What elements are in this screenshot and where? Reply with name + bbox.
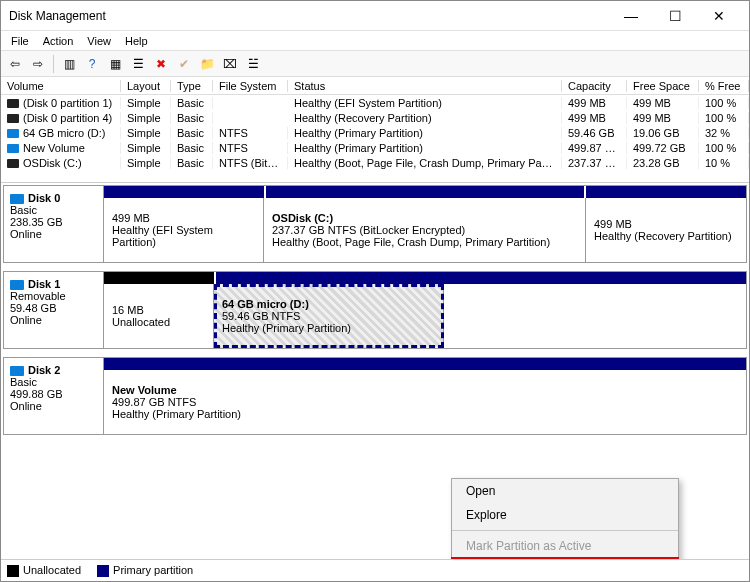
- toolbar-btn-2[interactable]: ?: [82, 54, 102, 74]
- menu-help[interactable]: Help: [119, 33, 154, 49]
- table-row[interactable]: New Volume Simple Basic NTFS Healthy (Pr…: [1, 140, 749, 155]
- toolbar-btn-3[interactable]: ▦: [105, 54, 125, 74]
- legend-unallocated-swatch: [7, 565, 19, 577]
- col-free[interactable]: Free Space: [627, 80, 699, 92]
- grid-icon: ▦: [110, 57, 121, 71]
- ctx-separator: [452, 530, 678, 531]
- disk1-part-unallocated[interactable]: 16 MB Unallocated: [104, 284, 214, 348]
- toolbar: ⇦ ⇨ ▥ ? ▦ ☰ ✖ ✔ 📁 ⌧ ☱: [1, 51, 749, 77]
- table-row[interactable]: OSDisk (C:) Simple Basic NTFS (BitLo... …: [1, 155, 749, 170]
- disk-name: Disk 2: [28, 364, 60, 376]
- cell-fs: NTFS: [213, 127, 288, 139]
- cell-pct: 100 %: [699, 142, 749, 154]
- cell-layout: Simple: [121, 127, 171, 139]
- volume-icon: [7, 129, 19, 138]
- disk2-part-newvolume[interactable]: New Volume 499.87 GB NTFS Healthy (Prima…: [104, 370, 746, 434]
- cell-status: Healthy (Primary Partition): [288, 142, 562, 154]
- cell-fs: NTFS (BitLo...: [213, 157, 288, 169]
- col-type[interactable]: Type: [171, 80, 213, 92]
- part-size: 499 MB: [112, 212, 255, 224]
- cell-layout: Simple: [121, 157, 171, 169]
- disk0-part-osdisk[interactable]: OSDisk (C:) 237.37 GB NTFS (BitLocker En…: [264, 198, 586, 262]
- disk-2-stripe: [104, 358, 746, 370]
- disk-state: Online: [10, 400, 97, 412]
- legend-unallocated-label: Unallocated: [23, 564, 81, 576]
- cell-capacity: 499 MB: [562, 112, 627, 124]
- col-filesystem[interactable]: File System: [213, 80, 288, 92]
- disk0-part-efi[interactable]: 499 MB Healthy (EFI System Partition): [104, 198, 264, 262]
- ctx-open[interactable]: Open: [452, 479, 678, 503]
- menu-file[interactable]: File: [5, 33, 35, 49]
- cell-pct: 10 %: [699, 157, 749, 169]
- forward-button[interactable]: ⇨: [28, 54, 48, 74]
- disk1-part-64gbmicro[interactable]: 64 GB micro (D:) 59.46 GB NTFS Healthy (…: [214, 284, 444, 348]
- help-icon: ?: [89, 57, 96, 71]
- col-capacity[interactable]: Capacity: [562, 80, 627, 92]
- part-title: OSDisk (C:): [272, 212, 577, 224]
- delete-icon: ✖: [156, 57, 166, 71]
- cell-volume: New Volume: [23, 142, 85, 154]
- col-pctfree[interactable]: % Free: [699, 80, 749, 92]
- part-status: Healthy (Primary Partition): [112, 408, 738, 420]
- toolbar-btn-5[interactable]: ✔: [174, 54, 194, 74]
- disk-0-stripe: [104, 186, 746, 198]
- disk-0-header[interactable]: Disk 0 Basic 238.35 GB Online: [4, 186, 104, 262]
- toolbar-btn-8[interactable]: ☱: [243, 54, 263, 74]
- cell-pct: 100 %: [699, 112, 749, 124]
- part-status: Unallocated: [112, 316, 205, 328]
- disk-name: Disk 0: [28, 192, 60, 204]
- disk-2-header[interactable]: Disk 2 Basic 499.88 GB Online: [4, 358, 104, 434]
- cell-layout: Simple: [121, 112, 171, 124]
- volume-list-header: Volume Layout Type File System Status Ca…: [1, 77, 749, 95]
- cell-free: 499.72 GB: [627, 142, 699, 154]
- disk-kind: Basic: [10, 204, 97, 216]
- cell-capacity: 499.87 GB: [562, 142, 627, 154]
- table-row[interactable]: (Disk 0 partition 1) Simple Basic Health…: [1, 95, 749, 110]
- cell-capacity: 59.46 GB: [562, 127, 627, 139]
- legend-primary-swatch: [97, 565, 109, 577]
- cell-free: 23.28 GB: [627, 157, 699, 169]
- toolbar-btn-4[interactable]: ☰: [128, 54, 148, 74]
- maximize-button[interactable]: ☐: [653, 2, 697, 30]
- panel-icon: ▥: [64, 57, 75, 71]
- col-volume[interactable]: Volume: [1, 80, 121, 92]
- cell-type: Basic: [171, 142, 213, 154]
- toolbar-btn-6[interactable]: 📁: [197, 54, 217, 74]
- cell-pct: 32 %: [699, 127, 749, 139]
- disk-1-header[interactable]: Disk 1 Removable 59.48 GB Online: [4, 272, 104, 348]
- minimize-button[interactable]: —: [609, 2, 653, 30]
- col-status[interactable]: Status: [288, 80, 562, 92]
- cell-free: 499 MB: [627, 112, 699, 124]
- table-row[interactable]: 64 GB micro (D:) Simple Basic NTFS Healt…: [1, 125, 749, 140]
- cell-capacity: 499 MB: [562, 97, 627, 109]
- list-icon: ☱: [248, 57, 259, 71]
- ctx-explore[interactable]: Explore: [452, 503, 678, 527]
- disk-maps: Disk 0 Basic 238.35 GB Online 499 MB Hea…: [1, 183, 749, 559]
- legend-primary-label: Primary partition: [113, 564, 193, 576]
- toolbar-btn-delete[interactable]: ✖: [151, 54, 171, 74]
- cell-type: Basic: [171, 97, 213, 109]
- disk0-part-recovery[interactable]: 499 MB Healthy (Recovery Partition): [586, 198, 746, 262]
- context-menu: Open Explore Mark Partition as Active Ch…: [451, 478, 679, 559]
- ctx-change-drive-letter[interactable]: Change Drive Letter and Paths...: [452, 558, 678, 559]
- disk1-part-empty[interactable]: [444, 284, 746, 348]
- cell-status: Healthy (Boot, Page File, Crash Dump, Pr…: [288, 157, 562, 169]
- menu-action[interactable]: Action: [37, 33, 80, 49]
- window-title: Disk Management: [9, 9, 609, 23]
- cell-type: Basic: [171, 127, 213, 139]
- menubar: File Action View Help: [1, 31, 749, 51]
- toolbar-btn-1[interactable]: ▥: [59, 54, 79, 74]
- arrow-left-icon: ⇦: [10, 57, 20, 71]
- table-row[interactable]: (Disk 0 partition 4) Simple Basic Health…: [1, 110, 749, 125]
- back-button[interactable]: ⇦: [5, 54, 25, 74]
- toolbar-btn-7[interactable]: ⌧: [220, 54, 240, 74]
- cell-layout: Simple: [121, 142, 171, 154]
- part-status: Healthy (Primary Partition): [222, 322, 435, 334]
- menu-view[interactable]: View: [81, 33, 117, 49]
- part-size: 16 MB: [112, 304, 205, 316]
- part-title: New Volume: [112, 384, 738, 396]
- col-layout[interactable]: Layout: [121, 80, 171, 92]
- part-status: Healthy (Boot, Page File, Crash Dump, Pr…: [272, 236, 577, 248]
- close-button[interactable]: ✕: [697, 2, 741, 30]
- disk-1: Disk 1 Removable 59.48 GB Online 16 MB U…: [3, 271, 747, 349]
